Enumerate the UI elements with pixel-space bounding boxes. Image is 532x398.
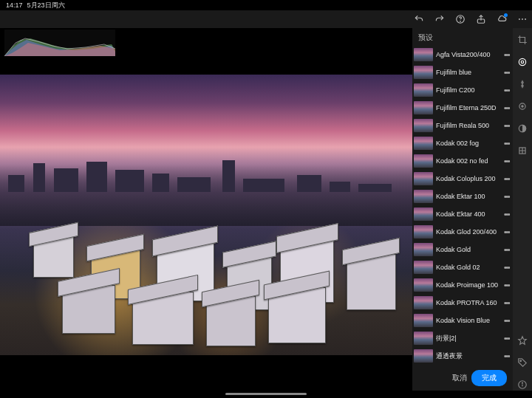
preset-item[interactable]: Fujifilm Reala 500•••	[412, 117, 513, 134]
preset-more-icon[interactable]: •••	[504, 299, 511, 307]
preset-item[interactable]: Kodak 002 no fed•••	[412, 152, 513, 170]
preset-label: Agfa Vista200/400	[436, 51, 501, 58]
preset-item[interactable]: Kodak Gold 02•••	[412, 258, 513, 276]
svg-point-5	[525, 18, 526, 20]
preset-thumbnail	[414, 207, 433, 221]
crop-icon[interactable]	[516, 34, 528, 46]
svg-point-7	[521, 61, 524, 64]
svg-point-4	[522, 18, 523, 20]
preset-thumbnail	[414, 101, 433, 114]
preset-more-icon[interactable]: •••	[504, 228, 511, 236]
preset-label: Kodak 002 no fed	[436, 157, 501, 165]
preset-more-icon[interactable]: •••	[504, 281, 511, 289]
image-canvas[interactable]	[0, 28, 412, 391]
top-toolbar	[0, 10, 532, 28]
photo-preview	[0, 75, 412, 355]
preset-more-icon[interactable]: •••	[504, 352, 511, 360]
preset-item[interactable]: 街景|2|•••	[412, 329, 513, 347]
preset-item[interactable]: 通透夜景•••	[412, 347, 513, 365]
right-tool-rail	[513, 28, 532, 391]
preset-label: Kodak Vision Blue	[436, 317, 501, 324]
preset-more-icon[interactable]: •••	[504, 193, 511, 201]
svg-point-17	[522, 382, 523, 383]
preset-item[interactable]: Kodak Coloplus 200•••	[412, 170, 513, 188]
status-date: 5月23日周六	[27, 1, 65, 10]
preset-more-icon[interactable]: •••	[504, 122, 511, 130]
preset-more-icon[interactable]: •••	[504, 175, 511, 183]
preset-thumbnail	[414, 66, 433, 79]
help-icon[interactable]	[455, 14, 466, 24]
undo-icon[interactable]	[414, 14, 424, 24]
preset-thumbnail	[414, 154, 433, 168]
preset-item[interactable]: Kodak Vision Blue•••	[412, 312, 513, 329]
preset-more-icon[interactable]: •••	[504, 69, 511, 77]
preset-more-icon[interactable]: •••	[504, 246, 511, 254]
preset-label: 街景|2|	[436, 334, 501, 343]
preset-label: Kodak Proimage 100	[436, 281, 501, 289]
preset-thumbnail	[414, 261, 433, 274]
mask-icon[interactable]	[516, 123, 528, 134]
edit-sliders-icon[interactable]	[516, 78, 528, 90]
preset-thumbnail	[414, 332, 433, 345]
done-button[interactable]: 完成	[471, 370, 507, 386]
preset-item[interactable]: Kodak Gold•••	[412, 241, 513, 258]
preset-more-icon[interactable]: •••	[504, 264, 511, 272]
preset-label: Fujifilm C200	[436, 86, 501, 94]
preset-more-icon[interactable]: •••	[504, 104, 511, 112]
preset-item[interactable]: Agfa Vista200/400•••	[412, 46, 513, 64]
preset-thumbnail	[414, 243, 433, 256]
preset-label: Kodak PROTRA 160	[436, 299, 501, 306]
preset-thumbnail	[414, 172, 433, 185]
share-icon[interactable]	[476, 14, 486, 24]
status-bar: 14:17 5月23日周六	[0, 0, 532, 10]
preset-item[interactable]: Kodak Ektar 400•••	[412, 205, 513, 223]
svg-marker-14	[519, 337, 527, 345]
preset-label: Fujifilm Eterna 250D	[436, 104, 501, 111]
redo-icon[interactable]	[434, 14, 445, 24]
preset-thumbnail	[414, 296, 433, 309]
presets-title: 预设	[412, 28, 513, 46]
preset-thumbnail	[414, 225, 433, 239]
preset-more-icon[interactable]: •••	[504, 334, 511, 343]
preset-item[interactable]: Fujifilm blue•••	[412, 64, 513, 81]
preset-item[interactable]: Kodak Proimage 100•••	[412, 276, 513, 294]
preset-thumbnail	[414, 349, 433, 363]
preset-label: Fujifilm Reala 500	[436, 122, 501, 129]
preset-item[interactable]: Fujifilm Eterna 250D•••	[412, 99, 513, 117]
preset-thumbnail	[414, 278, 433, 292]
svg-point-6	[519, 58, 525, 65]
preset-more-icon[interactable]: •••	[504, 317, 511, 325]
preset-label: Kodak Glod 200/400	[436, 228, 501, 236]
star-icon[interactable]	[516, 334, 528, 346]
preset-label: 通透夜景	[436, 351, 501, 361]
presets-panel: 预设 Agfa Vista200/400•••Fujifilm blue•••F…	[412, 28, 513, 391]
heal-icon[interactable]	[516, 100, 528, 112]
geometry-icon[interactable]	[516, 145, 528, 157]
preset-list[interactable]: Agfa Vista200/400•••Fujifilm blue•••Fuji…	[412, 46, 513, 366]
preset-item[interactable]: Kodak PROTRA 160•••	[412, 294, 513, 312]
preset-thumbnail	[414, 314, 433, 327]
cancel-button[interactable]: 取消	[452, 373, 467, 383]
preset-item[interactable]: Kodak Glod 200/400•••	[412, 223, 513, 241]
more-icon[interactable]	[517, 14, 528, 24]
cloud-sync-icon[interactable]	[497, 14, 507, 24]
preset-thumbnail	[414, 83, 433, 97]
preset-item[interactable]: Fujifilm C200•••	[412, 81, 513, 99]
preset-more-icon[interactable]: •••	[504, 140, 511, 148]
histogram[interactable]	[4, 30, 115, 56]
presets-icon[interactable]	[516, 56, 528, 68]
preset-item[interactable]: Kodak Ektar 100•••	[412, 188, 513, 205]
svg-point-3	[519, 18, 520, 20]
home-indicator[interactable]	[225, 393, 307, 395]
info-icon[interactable]	[516, 379, 528, 391]
preset-more-icon[interactable]: •••	[504, 210, 511, 219]
preset-item[interactable]: Kodak 002 fog•••	[412, 134, 513, 152]
preset-more-icon[interactable]: •••	[504, 157, 511, 165]
preset-more-icon[interactable]: •••	[504, 86, 511, 95]
preset-label: Kodak Gold	[436, 246, 501, 253]
preset-more-icon[interactable]: •••	[504, 51, 511, 59]
preset-label: Kodak 002 fog	[436, 140, 501, 147]
preset-label: Kodak Ektar 400	[436, 210, 501, 218]
status-time: 14:17	[6, 1, 23, 9]
tag-icon[interactable]	[516, 357, 528, 368]
